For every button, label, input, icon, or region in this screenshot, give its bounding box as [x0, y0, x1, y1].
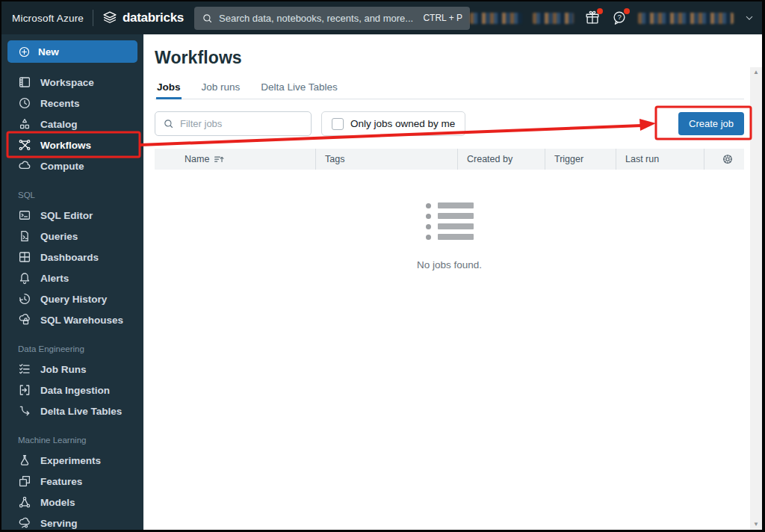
sidebar-item-sql-editor[interactable]: SQL Editor	[7, 205, 137, 226]
jobs-list-icon	[426, 202, 474, 240]
queries-icon	[18, 229, 31, 243]
sidebar-item-label: Job Runs	[40, 364, 87, 375]
tab-jobs[interactable]: Jobs	[156, 78, 182, 99]
tab-job-runs[interactable]: Job runs	[201, 78, 241, 99]
brand-divider	[93, 10, 93, 26]
redacted-user-name	[638, 13, 734, 24]
sidebar-item-label: Alerts	[40, 273, 69, 284]
sort-icon	[213, 154, 224, 165]
only-owned-filter[interactable]: Only jobs owned by me	[321, 111, 465, 136]
column-header-tags[interactable]: Tags	[315, 149, 457, 170]
sidebar-section-label-sql: SQL	[7, 188, 137, 202]
notification-dot	[597, 8, 603, 14]
redacted-workspace-text	[470, 13, 522, 24]
column-header-name[interactable]: Name	[155, 149, 315, 170]
sidebar-item-workspace[interactable]: Workspace	[7, 72, 137, 93]
top-right-cluster: ?	[470, 10, 755, 26]
chevron-down-icon[interactable]	[744, 13, 755, 23]
sidebar-item-sql-warehouses[interactable]: SQL Warehouses	[7, 309, 137, 330]
data-ingestion-icon	[18, 383, 31, 397]
table-header: NameTagsCreated byTriggerLast run	[155, 149, 744, 170]
sidebar-item-label: SQL Warehouses	[40, 315, 123, 326]
databricks-logo[interactable]: databricks	[102, 10, 184, 25]
sidebar: New WorkspaceRecentsCatalogWorkflowsComp…	[1, 34, 143, 530]
sidebar-item-label: Data Ingestion	[40, 385, 110, 396]
search-icon	[202, 13, 213, 24]
sidebar-item-label: Serving	[40, 518, 78, 529]
plus-circle-icon	[18, 46, 31, 58]
column-header-last-run[interactable]: Last run	[616, 149, 704, 170]
sidebar-section-label-machine-learning: Machine Learning	[7, 433, 137, 447]
serving-icon	[18, 516, 31, 530]
vertical-scrollbar[interactable]: ▲ ▼	[750, 67, 762, 530]
global-search-input[interactable]	[219, 13, 417, 24]
empty-state: No jobs found.	[155, 202, 744, 270]
help-icon[interactable]: ?	[611, 10, 628, 26]
sidebar-item-experiments[interactable]: Experiments	[7, 450, 137, 471]
table-settings-button[interactable]	[704, 149, 744, 170]
redacted-region-text	[533, 13, 574, 24]
search-shortcut-hint: CTRL + P	[423, 13, 462, 23]
sidebar-item-compute[interactable]: Compute	[7, 155, 137, 176]
sql-warehouses-icon	[18, 313, 31, 327]
features-icon	[18, 474, 31, 488]
scrollbar-down-arrow[interactable]: ▼	[753, 522, 759, 528]
sidebar-item-catalog[interactable]: Catalog	[7, 114, 137, 134]
sidebar-item-job-runs[interactable]: Job Runs	[7, 359, 137, 380]
sidebar-item-label: Queries	[40, 231, 78, 242]
sidebar-item-label: Query History	[40, 294, 107, 305]
create-job-button[interactable]: Create job	[678, 112, 744, 135]
column-header-trigger[interactable]: Trigger	[545, 149, 616, 170]
sidebar-item-dashboards[interactable]: Dashboards	[7, 247, 137, 267]
sidebar-item-data-ingestion[interactable]: Data Ingestion	[7, 380, 137, 400]
page-title: Workflows	[155, 48, 744, 68]
svg-text:?: ?	[618, 13, 622, 21]
column-header-created-by[interactable]: Created by	[457, 149, 545, 170]
global-search[interactable]: CTRL + P	[194, 7, 470, 30]
sidebar-item-label: Workflows	[40, 140, 91, 151]
delta-live-tables-icon	[18, 404, 31, 418]
sidebar-item-queries[interactable]: Queries	[7, 226, 137, 247]
microsoft-azure-label: Microsoft Azure	[12, 13, 84, 24]
filter-jobs-input[interactable]	[180, 118, 303, 129]
tabs: JobsJob runsDelta Live Tables	[155, 78, 744, 99]
sidebar-item-label: Catalog	[40, 119, 78, 130]
sidebar-nav: WorkspaceRecentsCatalogWorkflowsComputeS…	[7, 72, 137, 530]
only-owned-label: Only jobs owned by me	[350, 118, 455, 129]
models-icon	[18, 495, 31, 509]
main-content: Workflows JobsJob runsDelta Live Tables …	[143, 34, 762, 530]
jobs-toolbar: Only jobs owned by me Create job	[155, 111, 744, 136]
sidebar-item-label: Workspace	[40, 77, 94, 88]
scrollbar-up-arrow[interactable]: ▲	[753, 69, 759, 75]
notification-dot	[624, 8, 630, 14]
dashboards-icon	[18, 250, 31, 264]
databricks-stack-icon	[102, 10, 117, 25]
sidebar-item-workflows[interactable]: Workflows	[7, 134, 137, 155]
sidebar-item-label: Compute	[40, 161, 84, 172]
experiments-icon	[18, 454, 31, 467]
databricks-wordmark: databricks	[123, 10, 184, 25]
sidebar-item-alerts[interactable]: Alerts	[7, 267, 137, 288]
sidebar-item-delta-live-tables[interactable]: Delta Live Tables	[7, 400, 137, 421]
sidebar-item-label: Models	[40, 497, 75, 508]
sidebar-item-serving[interactable]: Serving	[7, 513, 137, 530]
job-runs-icon	[18, 362, 31, 376]
sidebar-item-query-history[interactable]: Query History	[7, 288, 137, 309]
tab-delta-live-tables[interactable]: Delta Live Tables	[260, 78, 338, 99]
app-window: Microsoft Azure databricks CTRL + P ?	[0, 0, 765, 532]
filter-jobs-field[interactable]	[155, 111, 312, 136]
search-icon	[163, 118, 174, 129]
gift-icon[interactable]	[584, 10, 601, 26]
sidebar-item-label: Features	[40, 476, 82, 487]
sidebar-item-models[interactable]: Models	[7, 492, 137, 513]
sidebar-item-label: SQL Editor	[40, 210, 93, 221]
sidebar-item-features[interactable]: Features	[7, 471, 137, 492]
alerts-icon	[18, 271, 31, 285]
query-history-icon	[18, 292, 31, 306]
sidebar-item-recents[interactable]: Recents	[7, 93, 137, 114]
only-owned-checkbox[interactable]	[332, 118, 344, 130]
workspace-icon	[18, 75, 31, 89]
new-button[interactable]: New	[7, 40, 137, 63]
top-bar: Microsoft Azure databricks CTRL + P ?	[1, 1, 762, 34]
sidebar-item-label: Recents	[40, 98, 80, 109]
